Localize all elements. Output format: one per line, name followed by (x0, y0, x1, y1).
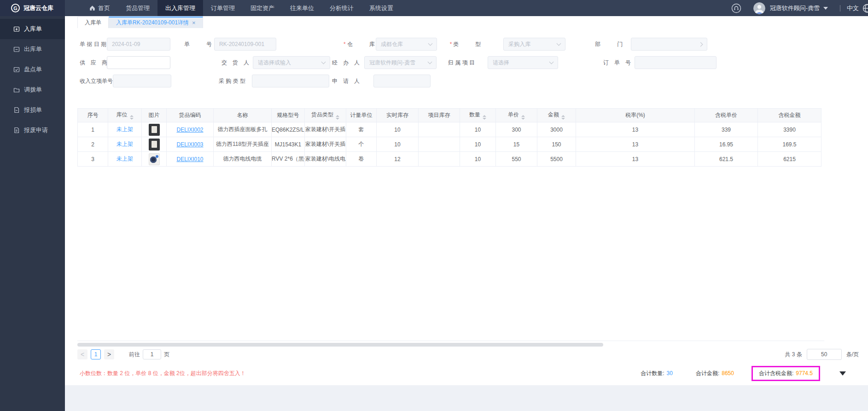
nav-item-label: 分析统计 (330, 4, 354, 12)
customer-service-icon[interactable] (731, 3, 741, 13)
applicant-label: 申 请 人 (332, 77, 373, 85)
nav-item-orders[interactable]: 订单管理 (203, 0, 243, 16)
col-qty[interactable]: 数量 (460, 109, 496, 122)
supplier-input[interactable] (107, 56, 170, 69)
cell-unit: 个 (346, 137, 377, 152)
table-row: 2 未上架 DELIXI003 德力西118型开关插座 MJ1543K1 家装建… (78, 137, 821, 152)
cell-category: 家装建材\开关插 (305, 137, 346, 152)
total-tax-amount-value: 9774.5 (796, 370, 813, 376)
nav-item-inout[interactable]: 出入库管理 (157, 0, 203, 16)
tab-inbound-list[interactable]: 入库单 (77, 17, 109, 28)
sidebar-item-damage[interactable]: 报损单 (0, 100, 65, 120)
summary-bar: 小数位数：数量 2 位，单价 8 位，金额 2位，超出部分将四舍五入！ 合计数量… (65, 364, 868, 382)
outbound-doc-icon (13, 46, 20, 52)
sort-icon[interactable] (130, 115, 134, 120)
cell-image (142, 137, 167, 152)
chevron-down-icon (428, 41, 432, 46)
sidebar-item-scrap[interactable]: 报废申请 (0, 120, 65, 140)
globe-icon[interactable] (862, 4, 868, 13)
cell-tax-amount: 169.5 (758, 137, 821, 152)
product-code-link[interactable]: DELIXI002 (176, 127, 203, 133)
sidebar-item-label: 报废申请 (24, 126, 48, 134)
tab-inbound-detail[interactable]: 入库单RK-20240109-001详情 × (109, 17, 203, 28)
sidebar-item-inbound[interactable]: 入库单 (0, 19, 65, 39)
col-project-stock: 项目库存 (419, 109, 460, 122)
cell-qty: 10 (460, 152, 496, 167)
location-link[interactable]: 未上架 (117, 141, 133, 147)
nav-item-label: 出入库管理 (165, 4, 195, 12)
sidebar-item-outbound[interactable]: 出库单 (0, 39, 65, 59)
scrollbar-thumb[interactable] (77, 343, 603, 347)
nav-item-partners[interactable]: 往来单位 (282, 0, 322, 16)
col-category[interactable]: 货品类型 (305, 109, 346, 122)
nav-item-assets[interactable]: 固定资产 (243, 0, 282, 16)
sort-icon[interactable] (483, 115, 486, 120)
col-tax-amount: 含税金额 (758, 109, 821, 122)
avatar[interactable] (753, 2, 765, 14)
tab-close-icon[interactable]: × (192, 20, 196, 26)
nav-item-label: 订单管理 (211, 4, 235, 12)
user-menu[interactable]: 冠唐软件顾问-龚雪 (770, 4, 820, 12)
product-image[interactable] (149, 139, 160, 151)
product-image[interactable] (149, 124, 160, 136)
cell-location: 未上架 (108, 152, 142, 167)
sidebar-item-stocktake[interactable]: 盘点单 (0, 59, 65, 80)
language-switch[interactable]: 中文 (847, 4, 859, 12)
table-row: 3 未上架 DELIXI010 德力西电线电缆 RVV 2*6（黑色 家装建材\… (78, 152, 821, 167)
col-price[interactable]: 单价 (496, 109, 537, 122)
col-unit: 计量单位 (346, 109, 377, 122)
product-code-link[interactable]: DELIXI003 (176, 141, 203, 148)
home-icon (89, 5, 95, 11)
cell-category: 家装建材\电线电 (305, 152, 346, 167)
col-amount[interactable]: 金额 (537, 109, 576, 122)
sort-icon[interactable] (561, 115, 565, 120)
delivery-label: 交 货 人 (221, 59, 253, 67)
cell-project-stock (419, 137, 460, 152)
tab-label: 入库单 (85, 19, 101, 27)
cell-index: 1 (78, 122, 108, 137)
col-location[interactable]: 库位 (108, 109, 142, 122)
cell-image (142, 152, 167, 167)
product-code-link[interactable]: DELIXI010 (176, 156, 203, 162)
nav-item-label: 固定资产 (250, 4, 274, 12)
next-page-button[interactable]: > (104, 349, 114, 359)
user-menu-caret-icon[interactable] (823, 7, 828, 10)
location-link[interactable]: 未上架 (117, 126, 133, 133)
warehouse-select: 成都仓库 (376, 38, 437, 51)
cell-price: 15 (496, 137, 537, 152)
cell-project-stock (419, 122, 460, 137)
prev-page-button[interactable]: < (77, 349, 87, 359)
income-no-label: 收入立项单号 (80, 77, 113, 85)
order-no-label: 订 单 号 (603, 59, 635, 67)
total-count: 共 3 条 (785, 351, 802, 359)
current-page-button[interactable]: 1 (91, 349, 101, 359)
col-tax-rate: 税率(%) (576, 109, 695, 122)
goto-page-input[interactable]: 1 (143, 349, 161, 359)
nav-item-label: 首页 (98, 4, 110, 12)
nav-item-goods[interactable]: 货品管理 (118, 0, 157, 16)
expand-summary-caret-icon[interactable] (839, 371, 846, 376)
col-code: 货品编码 (167, 109, 214, 122)
nav-item-settings[interactable]: 系统设置 (361, 0, 401, 16)
page-size-input[interactable]: 50 (807, 349, 842, 360)
chevron-down-icon (549, 59, 554, 64)
nav-item-home[interactable]: 首页 (82, 0, 118, 16)
col-index: 序号 (78, 109, 108, 122)
type-select: 采购入库 (503, 38, 565, 51)
product-image[interactable] (149, 153, 160, 165)
sort-icon[interactable] (521, 115, 525, 120)
brand-title: 冠唐云仓库 (23, 4, 53, 12)
sort-icon[interactable] (336, 115, 339, 120)
location-link[interactable]: 未上架 (117, 156, 133, 162)
col-spec: 规格型号 (272, 109, 305, 122)
nav-item-label: 往来单位 (290, 4, 314, 12)
delivery-select: 请选择或输入 (253, 56, 330, 69)
sidebar-item-label: 出库单 (24, 45, 42, 53)
nav-item-analytics[interactable]: 分析统计 (322, 0, 361, 16)
doc-date-field: 2024-01-09 (107, 38, 170, 51)
page-size-unit: 条/页 (846, 351, 859, 359)
sidebar-item-transfer[interactable]: 调拨单 (0, 80, 65, 100)
cell-amount: 3000 (537, 122, 576, 137)
main-menu: 首页 货品管理 出入库管理 订单管理 固定资产 往来单位 分析统计 系统设置 (82, 0, 401, 16)
main-content: 入库单 入库单RK-20240109-001详情 × 单 据 日 期 2024-… (65, 16, 868, 411)
